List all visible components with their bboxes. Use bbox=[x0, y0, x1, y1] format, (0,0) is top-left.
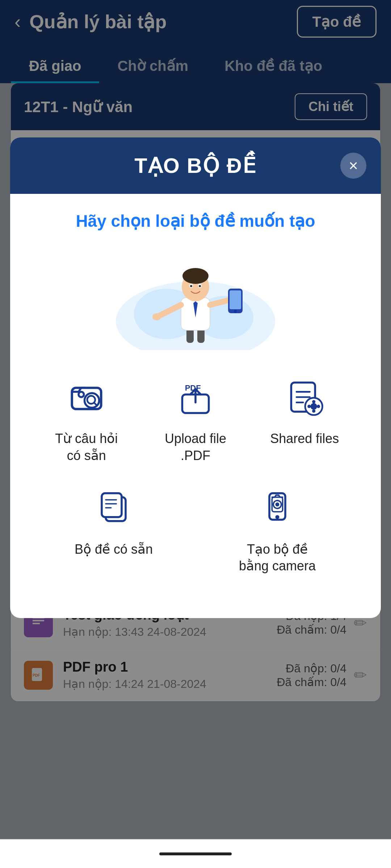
option-from-questions[interactable]: Từ câu hỏi có sẵn bbox=[47, 372, 126, 464]
svg-point-38 bbox=[312, 400, 315, 403]
svg-point-40 bbox=[317, 405, 320, 408]
modal-illustration bbox=[10, 238, 381, 365]
option-camera-create[interactable]: Tạo bộ đề bằng camera bbox=[237, 482, 317, 575]
svg-point-25 bbox=[79, 392, 84, 397]
search-camera-icon bbox=[61, 372, 112, 422]
modal-close-button[interactable]: × bbox=[340, 153, 366, 179]
svg-rect-43 bbox=[102, 493, 122, 517]
option-label-upload-pdf: Upload file .PDF bbox=[156, 430, 235, 464]
svg-point-39 bbox=[312, 409, 315, 413]
shared-file-icon bbox=[279, 372, 330, 422]
svg-rect-22 bbox=[230, 290, 241, 309]
option-shared-files[interactable]: Shared files bbox=[265, 372, 344, 464]
modal-subtitle: Hãy chọn loại bộ đề muốn tạo bbox=[10, 194, 381, 238]
svg-point-13 bbox=[182, 268, 209, 284]
svg-point-23 bbox=[234, 310, 237, 313]
svg-point-41 bbox=[308, 405, 311, 408]
svg-point-17 bbox=[199, 285, 201, 287]
svg-point-51 bbox=[276, 502, 279, 506]
option-label-from-questions: Từ câu hỏi có sẵn bbox=[47, 430, 126, 464]
option-upload-pdf[interactable]: PDF Upload file .PDF bbox=[156, 372, 235, 464]
option-label-shared-files: Shared files bbox=[270, 430, 339, 447]
option-label-existing-set: Bộ đề có sẵn bbox=[75, 541, 153, 558]
modal-header: TẠO BỘ ĐỀ × bbox=[10, 137, 381, 194]
options-row-1: Từ câu hỏi có sẵn PDF Upload file .PDF bbox=[32, 372, 359, 464]
modal-title: TẠO BỘ ĐỀ bbox=[134, 153, 257, 178]
svg-point-16 bbox=[190, 285, 192, 287]
option-existing-set[interactable]: Bộ đề có sẵn bbox=[74, 482, 154, 575]
camera-set-icon bbox=[252, 482, 303, 533]
home-indicator bbox=[159, 852, 232, 855]
bottom-bar bbox=[0, 839, 391, 868]
option-label-camera-create: Tạo bộ đề bằng camera bbox=[237, 541, 317, 575]
pdf-upload-icon: PDF bbox=[170, 372, 221, 422]
options-row-2: Bộ đề có sẵn bbox=[32, 482, 359, 575]
modal-options: Từ câu hỏi có sẵn PDF Upload file .PDF bbox=[10, 365, 381, 596]
svg-point-19 bbox=[152, 313, 161, 320]
create-modal: TẠO BỘ ĐỀ × Hãy chọn loại bộ đề muốn tạo bbox=[10, 137, 381, 618]
svg-point-48 bbox=[276, 515, 279, 519]
svg-point-37 bbox=[311, 403, 317, 410]
copy-set-icon bbox=[88, 482, 139, 533]
